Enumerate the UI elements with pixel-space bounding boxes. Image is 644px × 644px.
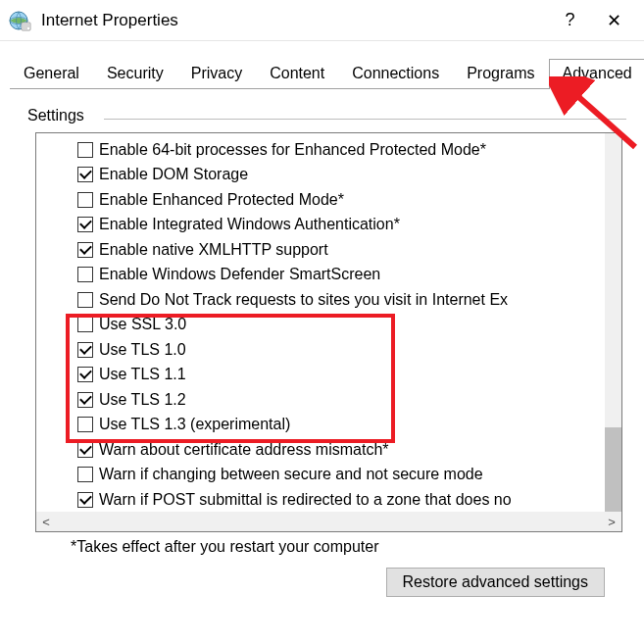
- content-area: Settings Enable 64-bit processes for Enh…: [0, 89, 644, 597]
- scrollbar-horizontal[interactable]: < >: [36, 512, 621, 531]
- restore-advanced-settings-button[interactable]: Restore advanced settings: [386, 568, 605, 597]
- list-item-label: Enable Enhanced Protected Mode*: [99, 191, 344, 209]
- list-item[interactable]: Send Do Not Track requests to sites you …: [36, 287, 605, 313]
- titlebar: Internet Properties ? ✕: [0, 0, 644, 41]
- checkbox[interactable]: [77, 267, 93, 282]
- checkbox[interactable]: [77, 217, 93, 232]
- settings-group-label: Settings: [27, 107, 626, 124]
- list-item-label: Enable native XMLHTTP support: [99, 241, 328, 259]
- list-item[interactable]: Enable 64-bit processes for Enhanced Pro…: [36, 137, 605, 163]
- checkbox[interactable]: [77, 492, 93, 508]
- list-item[interactable]: Enable Windows Defender SmartScreen: [36, 263, 605, 288]
- list-item-label: Use TLS 1.3 (experimental): [99, 416, 290, 433]
- help-button[interactable]: ?: [548, 0, 592, 40]
- settings-footnote: *Takes effect after you restart your com…: [71, 538, 626, 556]
- list-item-label: Warn about certificate address mismatch*: [99, 441, 389, 459]
- checkbox[interactable]: [77, 192, 93, 208]
- tab-connections[interactable]: Connections: [338, 59, 453, 88]
- settings-list[interactable]: Enable 64-bit processes for Enhanced Pro…: [36, 133, 605, 512]
- list-item[interactable]: Enable native XMLHTTP support: [36, 237, 605, 263]
- tab-advanced[interactable]: Advanced: [549, 59, 644, 89]
- close-button[interactable]: ✕: [592, 0, 636, 40]
- checkbox[interactable]: [77, 367, 93, 382]
- checkbox[interactable]: [77, 167, 93, 182]
- list-item-label: Warn if POST submittal is redirected to …: [99, 491, 512, 509]
- scroll-right-icon[interactable]: >: [602, 515, 621, 529]
- list-item[interactable]: Warn about certificate address mismatch*: [36, 437, 605, 463]
- list-item-label: Use TLS 1.1: [99, 366, 186, 383]
- scrollbar-vertical[interactable]: [605, 133, 621, 515]
- checkbox[interactable]: [77, 142, 93, 158]
- list-item[interactable]: Enable Enhanced Protected Mode*: [36, 187, 605, 213]
- internet-options-icon: [8, 9, 31, 32]
- tab-programs[interactable]: Programs: [453, 59, 548, 88]
- list-item[interactable]: Enable DOM Storage: [36, 163, 605, 188]
- list-item-label: Enable Integrated Windows Authentication…: [99, 216, 400, 233]
- tab-strip: General Security Privacy Content Connect…: [10, 59, 634, 89]
- list-item[interactable]: Warn if changing between secure and not …: [36, 463, 605, 488]
- list-item[interactable]: Use TLS 1.2: [36, 387, 605, 413]
- list-item-label: Warn if changing between secure and not …: [99, 466, 483, 483]
- scrollbar-thumb-horizontal[interactable]: [56, 512, 602, 531]
- list-item-label: Use TLS 1.2: [99, 391, 186, 409]
- list-item-label: Enable Windows Defender SmartScreen: [99, 266, 380, 283]
- scroll-left-icon[interactable]: <: [36, 515, 56, 529]
- checkbox[interactable]: [77, 417, 93, 432]
- tab-security[interactable]: Security: [93, 59, 177, 88]
- list-item-label: Enable 64-bit processes for Enhanced Pro…: [99, 141, 486, 159]
- window-title: Internet Properties: [41, 11, 548, 30]
- tab-content[interactable]: Content: [256, 59, 338, 88]
- tab-general[interactable]: General: [10, 59, 93, 88]
- list-item[interactable]: Use TLS 1.1: [36, 363, 605, 388]
- list-item-label: Send Do Not Track requests to sites you …: [99, 291, 508, 309]
- list-item[interactable]: Use SSL 3.0: [36, 313, 605, 338]
- list-item[interactable]: Warn if POST submittal is redirected to …: [36, 487, 605, 512]
- list-item-label: Use TLS 1.0: [99, 341, 186, 359]
- checkbox[interactable]: [77, 467, 93, 482]
- list-item[interactable]: Use TLS 1.3 (experimental): [36, 413, 605, 438]
- list-item[interactable]: Use TLS 1.0: [36, 337, 605, 363]
- list-item-label: Use SSL 3.0: [99, 316, 186, 333]
- checkbox[interactable]: [77, 342, 93, 358]
- list-item-label: Enable DOM Storage: [99, 166, 248, 183]
- scrollbar-thumb-vertical[interactable]: [605, 427, 621, 516]
- settings-list-box: Enable 64-bit processes for Enhanced Pro…: [35, 132, 622, 532]
- checkbox[interactable]: [77, 442, 93, 458]
- checkbox[interactable]: [77, 392, 93, 408]
- tab-privacy[interactable]: Privacy: [177, 59, 256, 88]
- list-item[interactable]: Enable Integrated Windows Authentication…: [36, 213, 605, 238]
- checkbox[interactable]: [77, 317, 93, 332]
- checkbox[interactable]: [77, 242, 93, 258]
- checkbox[interactable]: [77, 292, 93, 308]
